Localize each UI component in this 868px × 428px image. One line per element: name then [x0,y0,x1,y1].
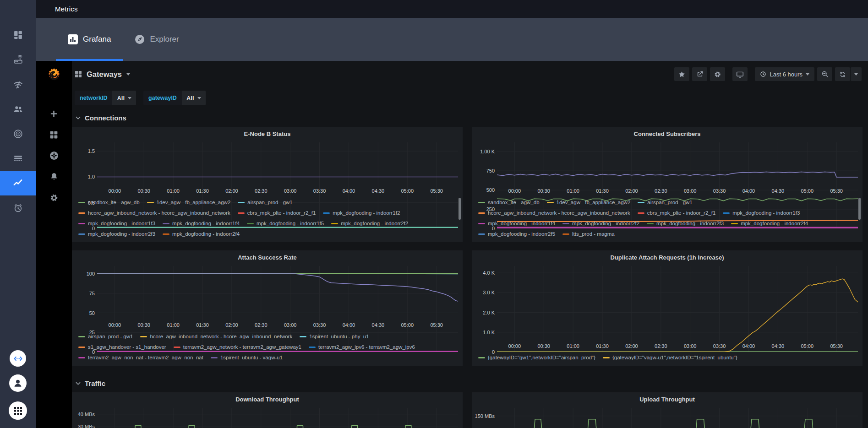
legend-item[interactable]: hcore_agw_inbound_network - hcore_agw_in… [478,208,630,218]
legend-series-dash [247,223,254,224]
tv-mode-button[interactable] [732,67,748,81]
dashboard-settings-button[interactable] [710,67,725,81]
variable-value-dropdown[interactable]: All [182,91,206,105]
api-docs-button[interactable] [10,350,26,367]
legend-scrollbar[interactable] [858,198,861,220]
legend-item[interactable]: sandbox_lte - agw_db [78,198,140,207]
panel-title[interactable]: Upload Throughput [472,392,863,406]
legend-item[interactable]: 1dev_agw - fb_appliance_agw2 [547,198,631,207]
legend-item[interactable]: mpk_dogfooding - indoorr1f5 [247,219,324,228]
sidebar-item-subscribers[interactable] [0,97,36,121]
panel-title[interactable]: Download Throughput [72,392,463,406]
legend-item[interactable]: cbrs_mpk_plte - indoor_r2_f1 [638,208,716,218]
legend-item[interactable]: hcore_agw_inbound_network - hcore_agw_in… [78,208,230,218]
legend-item[interactable]: 1dev_agw - fb_appliance_agw2 [147,198,231,207]
legend-item[interactable]: mpk_dogfooding - indoorr2f5 [478,229,555,239]
grafana-configuration-button[interactable] [36,187,72,208]
panel-title[interactable]: Duplicate Attach Requests (1h Increase) [472,250,863,264]
account-button[interactable] [9,374,27,392]
variable-value-dropdown[interactable]: All [112,91,136,105]
legend-item[interactable]: terravm2_agw_non_nat - terravm2_agw_non_… [78,353,203,363]
legend-item[interactable]: 1spirent_ubuntu - phy_u1 [300,332,369,341]
chart-area[interactable]: 4.0 K3.0 K2.0 K1.0 K000:0000:3001:0001:3… [472,264,863,351]
grafana-dashboards-button[interactable] [36,124,72,145]
y-tick-label: 1.5 [88,148,95,154]
legend-series-dash [638,212,644,214]
legend-series-label: mpk_dogfooding - indoorr2f4 [741,219,808,228]
star-dashboard-button[interactable] [674,67,689,81]
app-sidebar [0,0,36,428]
sidebar-item-metrics[interactable] [0,171,36,195]
legend-item[interactable]: mpk_dogfooding - indoorr1f3 [78,219,155,228]
panel-title[interactable]: Connected Subscribers [472,127,863,141]
x-tick-label: 02:30 [655,343,667,349]
tab-grafana[interactable]: Grafana [56,18,123,61]
grafana-alerting-button[interactable] [36,166,72,187]
zoom-out-time-button[interactable] [817,67,832,81]
main-area: Metrics Grafana Explorer [36,0,868,428]
sidebar-item-network[interactable] [0,72,36,97]
legend-item[interactable]: mpk_dogfooding - indoorr1f4 [163,219,240,228]
legend-item[interactable]: mpk_dogfooding - indoorr2f4 [731,219,808,228]
legend-series-dash [78,336,85,337]
legend-item[interactable]: mpk_dogfooding - indoorr2f2 [562,219,639,228]
section-connections[interactable]: Connections [72,108,868,127]
legend-item[interactable]: airspan_prod - gw1 [638,198,692,207]
time-range-picker[interactable]: Last 6 hours [755,67,814,81]
chart-area[interactable]: 1.00 K750500250000:0000:3001:0001:3002:0… [472,141,863,195]
legend-item[interactable]: sandbox_lte - agw_db [478,198,540,207]
legend-series-dash [647,223,654,224]
chart-area[interactable]: 1.51.00.5000:0000:3001:0001:3002:0002:30… [72,141,463,195]
tab-explorer[interactable]: Explorer [123,18,191,61]
grafana-explore-button[interactable] [36,145,72,166]
y-tick-label: 750 [486,168,495,173]
legend-item[interactable]: mpk_dogfooding - indoorr1f2 [323,208,400,218]
page-title: Metrics [55,5,78,13]
x-tick-label: 00:00 [109,188,121,194]
legend-item[interactable]: mpk_dogfooding - indoorr1f4 [478,219,555,228]
refresh-button[interactable] [835,67,850,81]
x-tick-label: 01:30 [196,322,209,328]
legend-item[interactable]: s1_agw_handover - s1_handover [78,342,166,352]
legend-item[interactable]: terravm2_agw_network - terravm2_agw_gate… [174,342,301,352]
legend-item[interactable]: cbrs_mpk_plte - indoor_r2_f1 [238,208,316,218]
x-tick-label: 04:00 [742,188,755,194]
legend-item[interactable]: mpk_dogfooding - indoorr2f2 [331,219,408,228]
legend-item[interactable]: airspan_prod - gw1 [238,198,292,207]
sidebar-item-dashboard[interactable] [0,22,36,47]
legend-item[interactable]: {gatewayID="vagw-u1",networkID="1spirent… [603,353,737,363]
chart-area[interactable]: 100755025000:0000:3001:0001:3002:0002:30… [72,264,463,330]
apps-menu-button[interactable] [9,401,27,420]
grafana-create-button[interactable] [36,103,72,124]
panel-title[interactable]: Attach Success Rate [72,250,463,264]
variable-gatewayid[interactable]: gatewayID All [143,91,205,105]
toolbar-actions: Last 6 hours [671,67,862,81]
legend-item[interactable]: airspan_prod - gw1 [78,332,133,341]
panel-title[interactable]: E-Node B Status [72,127,463,141]
sidebar-item-alarms[interactable] [0,195,36,220]
legend-item[interactable]: terravm2_agw_ipv6 - terravm2_agw_ipv6 [309,342,415,352]
chart-area[interactable]: 40 MBs30 MBs20 MBs10 MBs0 MBs00:0000:300… [72,406,463,428]
legend-item[interactable]: mpk_dogfooding - indoorr2f3 [78,229,155,239]
legend-scrollbar[interactable] [459,198,461,220]
legend-series-dash [478,357,485,358]
legend-item[interactable]: mpk_dogfooding - indoorr2f4 [163,229,240,239]
legend-item[interactable]: 1spirent_ubuntu - vagw-u1 [211,353,283,363]
chart-area[interactable]: 150 MBs100 MBs50 MBs0 MBs00:0000:3001:00… [472,406,863,428]
legend-item[interactable]: mpk_dogfooding - indoorr2f3 [647,219,724,228]
sidebar-item-access-points[interactable] [0,121,36,146]
legend-item[interactable]: mpk_dogfooding - indoorr1f3 [723,208,800,218]
legend-item[interactable]: {gatewayID="gw1",networkID="airspan_prod… [478,353,595,363]
variable-networkid[interactable]: networkID All [75,91,136,105]
refresh-interval-picker[interactable] [851,67,862,81]
sidebar-item-logs[interactable] [0,146,36,171]
grafana-logo[interactable] [46,67,62,84]
legend-item[interactable]: ltts_prod - magma [562,229,615,239]
dashboard-title-picker[interactable]: Gateways [75,70,130,79]
panel-row-1: E-Node B Status 1.51.00.5000:0000:3001:0… [72,127,863,242]
share-dashboard-button[interactable] [692,67,707,81]
legend-series-dash [78,202,85,203]
legend-item[interactable]: hcore_agw_inbound_network - hcore_agw_in… [140,332,292,341]
section-traffic[interactable]: Traffic [72,374,868,392]
sidebar-item-gateways[interactable] [0,47,36,72]
